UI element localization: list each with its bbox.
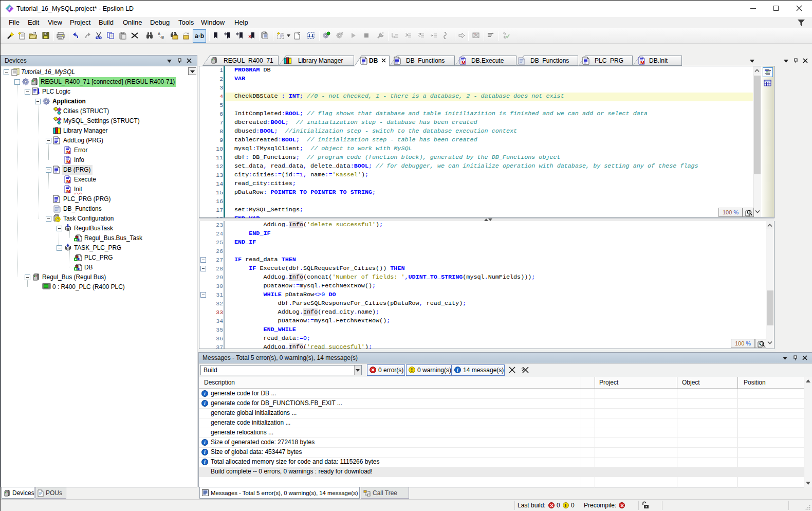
svg-text:i: i <box>204 391 206 396</box>
svg-text:M: M <box>66 149 70 155</box>
svg-text:M: M <box>66 159 70 165</box>
svg-text:i: i <box>204 440 206 445</box>
svg-text:i: i <box>204 449 206 455</box>
svg-text:M: M <box>462 60 466 65</box>
svg-text:i: i <box>204 459 206 465</box>
svg-text:M: M <box>66 178 70 184</box>
svg-text:i: i <box>457 367 458 373</box>
svg-text:M: M <box>66 188 70 194</box>
svg-text:i: i <box>204 400 206 406</box>
svg-text:M: M <box>640 60 644 65</box>
svg-text:A: A <box>158 32 160 35</box>
